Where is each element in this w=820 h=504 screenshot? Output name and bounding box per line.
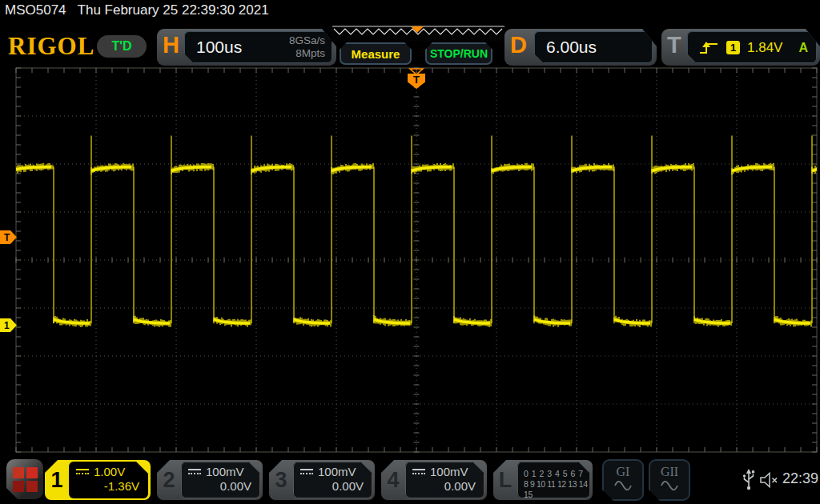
- dc-coupling-icon: [412, 468, 425, 475]
- channel-4-offset: 0.00V: [405, 478, 484, 494]
- channel-3-scale: 100mV: [318, 465, 356, 478]
- channel-2-offset: 0.00V: [181, 478, 260, 494]
- channel-3-offset: 0.00V: [293, 478, 372, 494]
- channel-4-button[interactable]: 4 100mV 0.00V: [381, 460, 487, 500]
- generator-1-button[interactable]: GI: [602, 459, 644, 501]
- generator-2-label: GII: [650, 465, 689, 479]
- dc-coupling-icon: [76, 468, 89, 475]
- menu-button[interactable]: [6, 459, 43, 499]
- logic-row-1: 0 1 2 3 4 5 6 7: [524, 469, 590, 479]
- channel-1-scale: 1.00V: [94, 465, 125, 478]
- sine-wave-icon: [613, 481, 633, 490]
- oscilloscope-screen: { "titlebar": { "model": "MSO5074", "dat…: [0, 0, 820, 504]
- channel-3-button[interactable]: 3 100mV 0.00V: [269, 460, 375, 500]
- menu-grid-icon: [13, 467, 38, 492]
- channel-1-readout: 1.00V -1.36V: [69, 462, 148, 498]
- channel-4-scale: 100mV: [430, 465, 468, 478]
- channel-4-readout: 100mV 0.00V: [405, 462, 484, 498]
- channel-2-readout: 100mV 0.00V: [181, 462, 260, 498]
- channel-1-button[interactable]: 1 1.00V -1.36V: [45, 460, 151, 500]
- logic-row-2: 8 9 10 11 12 13 14 15: [524, 479, 590, 500]
- channel-3-readout: 100mV 0.00V: [293, 462, 372, 498]
- channel-1-offset: -1.36V: [69, 478, 148, 494]
- speaker-muted-icon[interactable]: [759, 471, 780, 489]
- channel-2-button[interactable]: 2 100mV 0.00V: [157, 460, 263, 500]
- usb-icon: [742, 467, 756, 493]
- logic-analyzer-button[interactable]: L 0 1 2 3 4 5 6 7 8 9 10 11 12 13 14 15: [493, 460, 593, 500]
- logic-channels-readout: 0 1 2 3 4 5 6 7 8 9 10 11 12 13 14 15: [517, 462, 590, 498]
- clock: 22:39: [780, 470, 818, 487]
- dc-coupling-icon: [300, 468, 313, 475]
- generator-1-label: GI: [604, 465, 642, 479]
- sine-wave-icon: [660, 481, 679, 490]
- dc-coupling-icon: [188, 468, 201, 475]
- generator-2-button[interactable]: GII: [649, 459, 690, 501]
- channel-2-scale: 100mV: [206, 465, 244, 478]
